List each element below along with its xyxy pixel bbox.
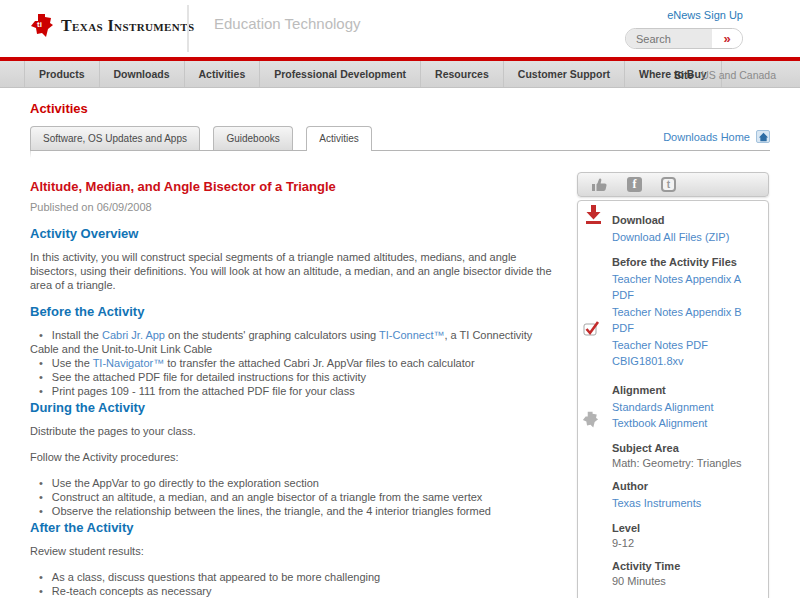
article: Altitude, Median, and Angle Bisector of … [30, 180, 558, 598]
list-item-text: Print pages 109 - 111 from the attached … [52, 385, 355, 397]
after-activity-heading: After the Activity [30, 521, 558, 535]
ti-logo[interactable]: ti Texas Instruments [30, 13, 194, 39]
tab-software-os-updates[interactable]: Software, OS Updates and Apps [30, 126, 200, 150]
textbook-alignment-link[interactable]: Textbook Alignment [612, 415, 760, 432]
list-item-text: Use the [52, 357, 93, 369]
bullet-icon: • [30, 571, 52, 583]
activity-time-value: 90 Minutes [612, 575, 760, 589]
list-item-text: Use the AppVar to go directly to the exp… [52, 477, 319, 489]
nav-item-downloads[interactable]: Downloads [100, 61, 185, 87]
division-title: Education Technology [214, 15, 361, 32]
bullet-icon: • [30, 357, 52, 369]
during-activity-list: •Use the AppVar to go directly to the ex… [30, 476, 558, 518]
during-paragraph: Follow the Activity procedures: [30, 450, 558, 464]
main-nav: Products Downloads Activities Profession… [0, 61, 800, 88]
activity-info-panel: Download Download All Files (ZIP) Before… [577, 200, 769, 598]
nav-item-resources[interactable]: Resources [421, 61, 504, 87]
search-input[interactable] [626, 29, 712, 48]
list-item: •See the attached PDF file for detailed … [30, 370, 558, 384]
page-title: Activities [30, 101, 800, 116]
teacher-notes-pdf-link[interactable]: Teacher Notes PDF [612, 337, 760, 354]
tab-bar: Software, OS Updates and Apps Guidebooks… [30, 126, 770, 151]
author-link[interactable]: Texas Instruments [612, 495, 760, 512]
list-item-text: As a class, discuss questions that appea… [52, 571, 380, 583]
author-group: Author Texas Instruments [612, 479, 760, 512]
teacher-notes-appendix-a-link[interactable]: Teacher Notes Appendix A PDF [612, 271, 760, 304]
downloads-home-link[interactable]: Downloads Home [663, 130, 770, 143]
during-activity-heading: During the Activity [30, 401, 558, 415]
during-paragraph: Distribute the pages to your class. [30, 424, 558, 438]
subject-area-label: Subject Area [612, 441, 760, 455]
bullet-icon: • [30, 477, 52, 489]
level-value: 9-12 [612, 537, 760, 551]
list-item-text: on the students' graphing calculators us… [165, 329, 379, 341]
download-icon [585, 205, 602, 226]
thumbs-up-icon[interactable] [591, 177, 608, 192]
site-label: Site [674, 69, 693, 81]
site-header: ti Texas Instruments Education Technolog… [0, 0, 800, 57]
cabri-jr-app-link[interactable]: Cabri Jr. App [102, 329, 165, 341]
bullet-icon: • [30, 385, 52, 397]
activity-time-group: Activity Time 90 Minutes [612, 559, 760, 589]
list-item: •Construct an altitude, a median, and an… [30, 490, 558, 504]
before-activity-list: •Install the Cabri Jr. App on the studen… [30, 328, 558, 398]
page: ti Texas Instruments Education Technolog… [0, 0, 800, 598]
site-selector[interactable]: Site US and Canada [674, 61, 776, 88]
list-item-text: Re-teach concepts as necessary [52, 585, 212, 597]
after-paragraph: Review student results: [30, 544, 558, 558]
list-item: •Observe the relationship between the li… [30, 504, 558, 518]
list-item-text: Observe the relationship between the lin… [52, 505, 491, 517]
list-item-text: Construct an altitude, a median, and an … [52, 491, 482, 503]
gray-ti-bug-icon [582, 411, 599, 431]
header-divider [187, 5, 189, 52]
list-item: •Re-teach concepts as necessary [30, 584, 558, 598]
activity-time-label: Activity Time [612, 559, 760, 573]
home-icon [756, 130, 770, 143]
nav-item-professional-development[interactable]: Professional Development [260, 61, 421, 87]
before-activity-files-group: Before the Activity Files Teacher Notes … [612, 255, 760, 370]
article-title: Altitude, Median, and Angle Bisector of … [30, 180, 558, 194]
subject-area-group: Subject Area Math: Geometry: Triangles [612, 441, 760, 471]
list-item: •Use the TI-Navigator™ to transfer the a… [30, 356, 558, 370]
alignment-checkbox-icon [583, 321, 601, 339]
facebook-icon[interactable]: f [627, 177, 642, 192]
list-item: •Print pages 109 - 111 from the attached… [30, 384, 558, 398]
bullet-icon: • [30, 329, 52, 341]
download-label: Download [612, 213, 760, 227]
brand-wordmark: Texas Instruments [61, 17, 194, 35]
enews-signup-link[interactable]: eNews Sign Up [667, 9, 743, 21]
search-box: » [625, 28, 743, 49]
nav-item-customer-support[interactable]: Customer Support [504, 61, 625, 87]
cbig-file-link[interactable]: CBIG1801.8xv [612, 353, 760, 370]
list-item-text: See the attached PDF file for detailed i… [52, 371, 366, 383]
downloads-home-label: Downloads Home [663, 131, 750, 143]
ti-navigator-link[interactable]: TI-Navigator™ [93, 357, 165, 369]
search-submit-button[interactable]: » [712, 29, 742, 48]
nav-item-products[interactable]: Products [24, 61, 100, 87]
list-item: •Use the AppVar to go directly to the ex… [30, 476, 558, 490]
bullet-icon: • [30, 491, 52, 503]
tab-guidebooks[interactable]: Guidebooks [213, 126, 292, 150]
alignment-group: Alignment Standards Alignment Textbook A… [612, 383, 760, 432]
bullet-icon: • [30, 371, 52, 383]
tab-panel-border-stub [30, 144, 31, 158]
teacher-notes-appendix-b-link[interactable]: Teacher Notes Appendix B PDF [612, 304, 760, 337]
list-item: •As a class, discuss questions that appe… [30, 570, 558, 584]
author-label: Author [612, 479, 760, 493]
nav-item-activities[interactable]: Activities [185, 61, 261, 87]
tab-activities[interactable]: Activities [306, 126, 371, 151]
social-share-bar: f t [577, 172, 769, 197]
bullet-icon: • [30, 505, 52, 517]
published-date: Published on 06/09/2008 [30, 200, 558, 214]
subject-area-value: Math: Geometry: Triangles [612, 457, 760, 471]
level-group: Level 9-12 [612, 521, 760, 551]
before-activity-heading: Before the Activity [30, 305, 558, 319]
overview-body: In this activity, you will construct spe… [30, 250, 558, 292]
download-all-files-link[interactable]: Download All Files (ZIP) [612, 229, 760, 246]
ti-logo-icon: ti [30, 13, 54, 39]
ti-connect-link[interactable]: TI-Connect™ [379, 329, 444, 341]
list-item: •Install the Cabri Jr. App on the studen… [30, 328, 558, 356]
svg-text:ti: ti [37, 20, 42, 29]
twitter-icon[interactable]: t [661, 177, 676, 192]
standards-alignment-link[interactable]: Standards Alignment [612, 399, 760, 416]
